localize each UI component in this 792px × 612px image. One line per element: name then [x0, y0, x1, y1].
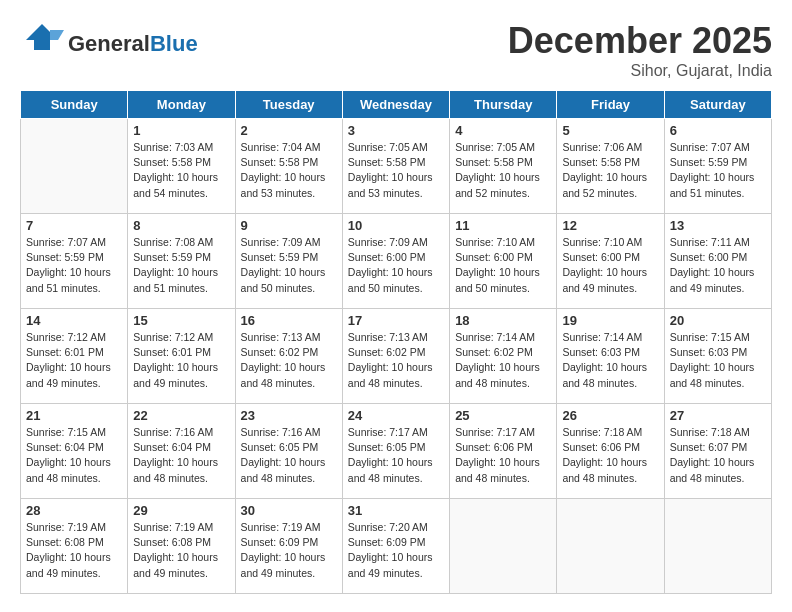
day-info: Sunrise: 7:15 AMSunset: 6:03 PMDaylight:… — [670, 330, 766, 391]
svg-marker-1 — [50, 30, 64, 40]
day-number: 10 — [348, 218, 444, 233]
calendar-cell: 21Sunrise: 7:15 AMSunset: 6:04 PMDayligh… — [21, 404, 128, 499]
calendar-cell: 10Sunrise: 7:09 AMSunset: 6:00 PMDayligh… — [342, 214, 449, 309]
day-number: 12 — [562, 218, 658, 233]
day-info: Sunrise: 7:18 AMSunset: 6:07 PMDaylight:… — [670, 425, 766, 486]
day-number: 19 — [562, 313, 658, 328]
day-info: Sunrise: 7:17 AMSunset: 6:05 PMDaylight:… — [348, 425, 444, 486]
calendar-cell: 2Sunrise: 7:04 AMSunset: 5:58 PMDaylight… — [235, 119, 342, 214]
calendar-cell: 31Sunrise: 7:20 AMSunset: 6:09 PMDayligh… — [342, 499, 449, 594]
day-info: Sunrise: 7:10 AMSunset: 6:00 PMDaylight:… — [562, 235, 658, 296]
col-friday: Friday — [557, 91, 664, 119]
day-number: 16 — [241, 313, 337, 328]
calendar-cell: 23Sunrise: 7:16 AMSunset: 6:05 PMDayligh… — [235, 404, 342, 499]
week-row-3: 14Sunrise: 7:12 AMSunset: 6:01 PMDayligh… — [21, 309, 772, 404]
calendar-cell: 1Sunrise: 7:03 AMSunset: 5:58 PMDaylight… — [128, 119, 235, 214]
logo-icon — [20, 20, 64, 68]
calendar-cell: 3Sunrise: 7:05 AMSunset: 5:58 PMDaylight… — [342, 119, 449, 214]
calendar-cell: 28Sunrise: 7:19 AMSunset: 6:08 PMDayligh… — [21, 499, 128, 594]
calendar-cell: 24Sunrise: 7:17 AMSunset: 6:05 PMDayligh… — [342, 404, 449, 499]
calendar-cell: 18Sunrise: 7:14 AMSunset: 6:02 PMDayligh… — [450, 309, 557, 404]
calendar-cell: 22Sunrise: 7:16 AMSunset: 6:04 PMDayligh… — [128, 404, 235, 499]
day-info: Sunrise: 7:09 AMSunset: 6:00 PMDaylight:… — [348, 235, 444, 296]
calendar-cell: 5Sunrise: 7:06 AMSunset: 5:58 PMDaylight… — [557, 119, 664, 214]
day-number: 3 — [348, 123, 444, 138]
day-number: 8 — [133, 218, 229, 233]
calendar-cell: 13Sunrise: 7:11 AMSunset: 6:00 PMDayligh… — [664, 214, 771, 309]
day-info: Sunrise: 7:19 AMSunset: 6:08 PMDaylight:… — [133, 520, 229, 581]
calendar-cell: 29Sunrise: 7:19 AMSunset: 6:08 PMDayligh… — [128, 499, 235, 594]
calendar-cell: 30Sunrise: 7:19 AMSunset: 6:09 PMDayligh… — [235, 499, 342, 594]
day-number: 25 — [455, 408, 551, 423]
page-header: GeneralBlue December 2025 Sihor, Gujarat… — [20, 20, 772, 80]
calendar-cell: 16Sunrise: 7:13 AMSunset: 6:02 PMDayligh… — [235, 309, 342, 404]
day-info: Sunrise: 7:19 AMSunset: 6:08 PMDaylight:… — [26, 520, 122, 581]
day-number: 20 — [670, 313, 766, 328]
day-number: 23 — [241, 408, 337, 423]
day-number: 13 — [670, 218, 766, 233]
calendar-cell — [557, 499, 664, 594]
calendar-header-row: Sunday Monday Tuesday Wednesday Thursday… — [21, 91, 772, 119]
calendar-cell: 20Sunrise: 7:15 AMSunset: 6:03 PMDayligh… — [664, 309, 771, 404]
calendar-cell — [21, 119, 128, 214]
calendar-cell: 7Sunrise: 7:07 AMSunset: 5:59 PMDaylight… — [21, 214, 128, 309]
col-monday: Monday — [128, 91, 235, 119]
day-number: 4 — [455, 123, 551, 138]
calendar-cell: 26Sunrise: 7:18 AMSunset: 6:06 PMDayligh… — [557, 404, 664, 499]
day-info: Sunrise: 7:05 AMSunset: 5:58 PMDaylight:… — [348, 140, 444, 201]
location: Sihor, Gujarat, India — [508, 62, 772, 80]
day-number: 21 — [26, 408, 122, 423]
day-number: 22 — [133, 408, 229, 423]
day-info: Sunrise: 7:12 AMSunset: 6:01 PMDaylight:… — [26, 330, 122, 391]
day-info: Sunrise: 7:19 AMSunset: 6:09 PMDaylight:… — [241, 520, 337, 581]
col-thursday: Thursday — [450, 91, 557, 119]
day-number: 7 — [26, 218, 122, 233]
col-tuesday: Tuesday — [235, 91, 342, 119]
col-saturday: Saturday — [664, 91, 771, 119]
day-number: 15 — [133, 313, 229, 328]
day-info: Sunrise: 7:16 AMSunset: 6:04 PMDaylight:… — [133, 425, 229, 486]
day-info: Sunrise: 7:04 AMSunset: 5:58 PMDaylight:… — [241, 140, 337, 201]
calendar-cell: 11Sunrise: 7:10 AMSunset: 6:00 PMDayligh… — [450, 214, 557, 309]
calendar-cell: 8Sunrise: 7:08 AMSunset: 5:59 PMDaylight… — [128, 214, 235, 309]
day-info: Sunrise: 7:15 AMSunset: 6:04 PMDaylight:… — [26, 425, 122, 486]
calendar-cell: 27Sunrise: 7:18 AMSunset: 6:07 PMDayligh… — [664, 404, 771, 499]
day-info: Sunrise: 7:07 AMSunset: 5:59 PMDaylight:… — [670, 140, 766, 201]
day-info: Sunrise: 7:11 AMSunset: 6:00 PMDaylight:… — [670, 235, 766, 296]
week-row-5: 28Sunrise: 7:19 AMSunset: 6:08 PMDayligh… — [21, 499, 772, 594]
day-info: Sunrise: 7:13 AMSunset: 6:02 PMDaylight:… — [241, 330, 337, 391]
calendar-cell: 19Sunrise: 7:14 AMSunset: 6:03 PMDayligh… — [557, 309, 664, 404]
week-row-1: 1Sunrise: 7:03 AMSunset: 5:58 PMDaylight… — [21, 119, 772, 214]
calendar-cell: 6Sunrise: 7:07 AMSunset: 5:59 PMDaylight… — [664, 119, 771, 214]
day-number: 6 — [670, 123, 766, 138]
col-sunday: Sunday — [21, 91, 128, 119]
day-info: Sunrise: 7:14 AMSunset: 6:02 PMDaylight:… — [455, 330, 551, 391]
col-wednesday: Wednesday — [342, 91, 449, 119]
day-info: Sunrise: 7:20 AMSunset: 6:09 PMDaylight:… — [348, 520, 444, 581]
calendar-cell — [450, 499, 557, 594]
day-info: Sunrise: 7:14 AMSunset: 6:03 PMDaylight:… — [562, 330, 658, 391]
calendar-table: Sunday Monday Tuesday Wednesday Thursday… — [20, 90, 772, 594]
day-number: 18 — [455, 313, 551, 328]
day-number: 26 — [562, 408, 658, 423]
logo: GeneralBlue — [20, 20, 198, 68]
calendar-cell: 12Sunrise: 7:10 AMSunset: 6:00 PMDayligh… — [557, 214, 664, 309]
day-info: Sunrise: 7:17 AMSunset: 6:06 PMDaylight:… — [455, 425, 551, 486]
day-number: 14 — [26, 313, 122, 328]
day-number: 5 — [562, 123, 658, 138]
day-number: 17 — [348, 313, 444, 328]
day-info: Sunrise: 7:12 AMSunset: 6:01 PMDaylight:… — [133, 330, 229, 391]
day-info: Sunrise: 7:10 AMSunset: 6:00 PMDaylight:… — [455, 235, 551, 296]
day-info: Sunrise: 7:05 AMSunset: 5:58 PMDaylight:… — [455, 140, 551, 201]
logo-text: GeneralBlue — [68, 32, 198, 56]
month-title: December 2025 — [508, 20, 772, 62]
calendar-cell: 15Sunrise: 7:12 AMSunset: 6:01 PMDayligh… — [128, 309, 235, 404]
day-number: 29 — [133, 503, 229, 518]
day-number: 30 — [241, 503, 337, 518]
day-number: 27 — [670, 408, 766, 423]
calendar-cell: 4Sunrise: 7:05 AMSunset: 5:58 PMDaylight… — [450, 119, 557, 214]
calendar-cell: 14Sunrise: 7:12 AMSunset: 6:01 PMDayligh… — [21, 309, 128, 404]
calendar-cell: 17Sunrise: 7:13 AMSunset: 6:02 PMDayligh… — [342, 309, 449, 404]
week-row-4: 21Sunrise: 7:15 AMSunset: 6:04 PMDayligh… — [21, 404, 772, 499]
day-info: Sunrise: 7:13 AMSunset: 6:02 PMDaylight:… — [348, 330, 444, 391]
